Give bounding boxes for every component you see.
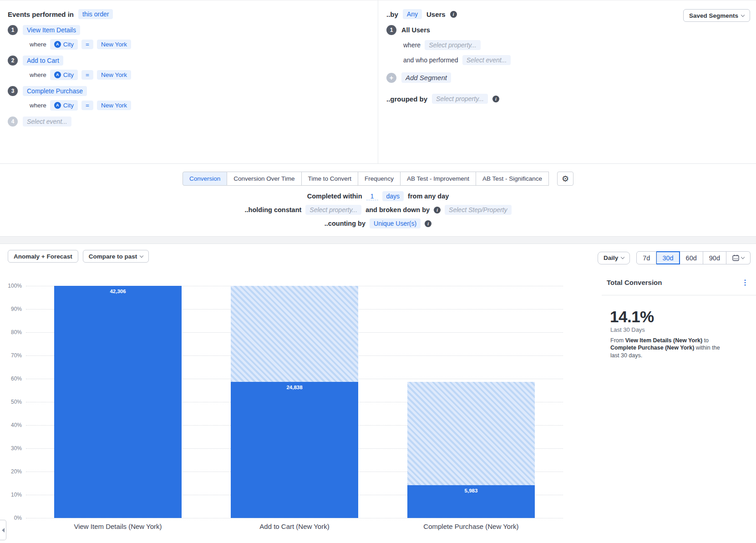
- holding-constant-placeholder-chip[interactable]: Select property...: [305, 205, 361, 215]
- funnel-chart-section: Anomaly + Forecast Compare to past Daily…: [0, 244, 756, 543]
- any-selector-chip[interactable]: Any: [403, 9, 422, 19]
- plus-icon[interactable]: +: [386, 73, 396, 83]
- broken-down-by-label: and broken down by: [365, 206, 430, 213]
- collapse-panel-button[interactable]: [0, 520, 6, 540]
- analysis-tabs: Conversion Conversion Over Time Time to …: [183, 172, 573, 186]
- where-label: where: [30, 102, 46, 109]
- bar-value-label: 42,306: [54, 289, 182, 294]
- counting-by-chip[interactable]: Unique User(s): [370, 218, 421, 228]
- text-property-icon: A: [54, 71, 61, 78]
- step-event-chip[interactable]: View Item Details: [23, 25, 80, 35]
- y-axis-tick-label: 100%: [0, 283, 22, 289]
- info-icon[interactable]: i: [425, 220, 431, 227]
- step-number-badge: 2: [8, 56, 18, 66]
- step-event-chip[interactable]: Add to Cart: [23, 56, 63, 66]
- info-icon[interactable]: i: [434, 207, 441, 213]
- text-property-icon: A: [54, 102, 61, 109]
- info-icon[interactable]: i: [492, 96, 499, 102]
- y-axis-tick-label: 30%: [0, 445, 22, 452]
- y-axis-tick-label: 70%: [0, 352, 22, 359]
- step-number-badge: 3: [8, 86, 18, 96]
- y-axis-tick-label: 60%: [0, 376, 22, 382]
- where-label: where: [403, 41, 421, 49]
- gear-icon[interactable]: ⚙: [557, 172, 573, 186]
- kebab-menu-icon[interactable]: ⋮: [741, 279, 749, 286]
- select-event-placeholder-chip[interactable]: Select event...: [23, 117, 71, 127]
- tab-time-to-convert[interactable]: Time to Convert: [302, 172, 359, 186]
- text-property-icon: A: [54, 41, 61, 48]
- query-builder-section: Events performed in this order 1 View It…: [0, 0, 756, 164]
- property-chip[interactable]: ACity: [50, 39, 78, 50]
- x-axis-category-label: Complete Purchase (New York): [389, 523, 553, 530]
- conversion-period-label: Last 30 Days: [610, 326, 645, 333]
- info-icon[interactable]: i: [450, 11, 457, 18]
- segment-name[interactable]: All Users: [401, 26, 430, 34]
- where-label: where: [30, 71, 46, 78]
- funnel-bar-dropoff-hatch[interactable]: [407, 382, 535, 485]
- broken-down-placeholder-chip[interactable]: Select Step/Property: [445, 205, 511, 215]
- grouped-by-label: ..grouped by: [386, 95, 427, 103]
- days-unit-chip[interactable]: days: [382, 191, 404, 201]
- grouped-by-placeholder-chip[interactable]: Select property...: [432, 94, 488, 104]
- saved-segments-button[interactable]: Saved Segments: [683, 9, 750, 22]
- order-selector-chip[interactable]: this order: [78, 9, 113, 19]
- operator-chip[interactable]: =: [81, 40, 93, 50]
- conversion-rate-value: 14.1%: [610, 308, 654, 326]
- select-event-placeholder-chip[interactable]: Select event...: [462, 55, 511, 65]
- add-segment-button[interactable]: Add Segment: [401, 72, 451, 83]
- days-value-input[interactable]: [366, 193, 378, 200]
- tab-conversion[interactable]: Conversion: [183, 172, 227, 186]
- step-number-badge: 1: [8, 25, 18, 35]
- step-number-badge: 4: [8, 117, 18, 127]
- y-axis-tick-label: 10%: [0, 492, 22, 498]
- x-axis-category-label: View Item Details (New York): [36, 523, 200, 530]
- counting-by-label: ..counting by: [325, 220, 365, 227]
- and-who-performed-label: and who performed: [403, 56, 458, 64]
- section-divider: [0, 236, 756, 244]
- property-chip[interactable]: ACity: [50, 100, 78, 111]
- holding-constant-label: ..holding constant: [244, 206, 301, 213]
- y-axis-tick-label: 50%: [0, 399, 22, 405]
- by-label: ..by: [386, 10, 398, 18]
- operator-chip[interactable]: =: [81, 70, 93, 80]
- from-any-day-label: from any day: [408, 193, 449, 200]
- tab-ab-test-significance[interactable]: AB Test - Significance: [476, 172, 549, 186]
- funnel-bar-dropoff-hatch[interactable]: [231, 286, 358, 382]
- events-header-label: Events performed in: [8, 10, 74, 18]
- funnel-plot: 100%90%80%70%60%50%40%30%20%10%0%42,306V…: [0, 244, 756, 543]
- bar-value-label: 24,838: [231, 385, 358, 390]
- select-property-placeholder-chip[interactable]: Select property...: [425, 40, 481, 50]
- tab-conversion-over-time[interactable]: Conversion Over Time: [227, 172, 301, 186]
- bar-value-label: 5,983: [407, 488, 535, 493]
- value-chip[interactable]: New York: [97, 40, 131, 50]
- users-label: Users: [426, 10, 446, 18]
- funnel-bar[interactable]: [231, 382, 358, 518]
- chevron-down-icon: [741, 13, 745, 16]
- y-gridline: [26, 518, 563, 518]
- operator-chip[interactable]: =: [81, 101, 93, 111]
- y-axis-tick-label: 40%: [0, 422, 22, 428]
- summary-divider: [602, 295, 756, 295]
- segment-number-badge: 1: [386, 25, 396, 35]
- y-axis-tick-label: 80%: [0, 329, 22, 335]
- events-panel: Events performed in this order 1 View It…: [8, 9, 367, 127]
- analysis-controls-section: Conversion Conversion Over Time Time to …: [0, 164, 756, 236]
- where-label: where: [30, 41, 46, 48]
- value-chip[interactable]: New York: [97, 70, 131, 80]
- conversion-description: From View Item Details (New York) to Com…: [610, 337, 730, 359]
- funnel-bar[interactable]: [54, 286, 182, 518]
- x-axis-category-label: Add to Cart (New York): [213, 523, 376, 530]
- users-panel: ..by Any Users i 1 All Users where Selec…: [378, 0, 756, 163]
- step-event-chip[interactable]: Complete Purchase: [23, 86, 87, 96]
- tab-ab-test-improvement[interactable]: AB Test - Improvement: [401, 172, 476, 186]
- completed-within-label: Completed within: [307, 193, 362, 200]
- y-axis-tick-label: 20%: [0, 468, 22, 475]
- tab-frequency[interactable]: Frequency: [358, 172, 401, 186]
- y-axis-tick-label: 90%: [0, 306, 22, 312]
- left-arrow-icon: [2, 528, 5, 533]
- property-chip[interactable]: ACity: [50, 70, 78, 80]
- summary-title: Total Conversion: [607, 279, 662, 286]
- value-chip[interactable]: New York: [97, 101, 131, 111]
